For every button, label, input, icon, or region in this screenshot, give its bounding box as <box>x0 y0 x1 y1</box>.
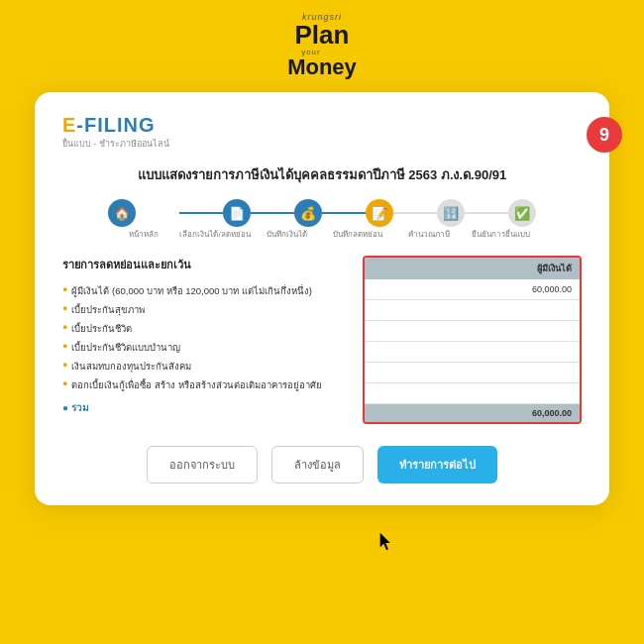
deduction-item-0: ●ผู้มีเงินได้ (60,000 บาท หรือ 120,000 บ… <box>62 281 347 300</box>
step-circle-5[interactable]: ✅ <box>508 199 536 227</box>
deduction-items-list: ●ผู้มีเงินได้ (60,000 บาท หรือ 120,000 บ… <box>62 281 347 394</box>
efiling-header: E-FILING ยื่นแบบ - ชำระภาษีออนไลน์ <box>62 114 582 153</box>
logo-money: Money <box>287 56 357 78</box>
values-box: ผู้มีเงินได้ 60,000.00 60,000.00 <box>363 256 582 424</box>
deduction-text-2: เบี้ยประกันชีวิต <box>71 321 132 336</box>
deduction-bullet-3: ● <box>62 341 67 351</box>
step-line-4 <box>393 212 437 214</box>
deduction-bullet-4: ● <box>62 360 67 370</box>
step-circle-2[interactable]: 💰 <box>294 199 322 227</box>
cancel-button[interactable]: ออกจากระบบ <box>147 446 258 483</box>
step-item-3: 📝บันทึกลดหย่อน <box>322 199 393 240</box>
deduction-item-3: ●เบี้ยประกันชีวิตแบบบำนาญ <box>62 338 347 357</box>
values-footer: 60,000.00 <box>365 404 580 422</box>
values-row-2 <box>365 321 580 342</box>
deduction-bullet-1: ● <box>62 303 67 313</box>
step-circle-3[interactable]: 📝 <box>366 199 393 227</box>
page-title: แบบแสดงรายการภาษีเงินได้บุคคลธรรมดาปีภาษ… <box>62 164 582 185</box>
clear-button[interactable]: ล้างข้อมูล <box>271 446 364 483</box>
step-label-1: เลือกเงินได้/ลดหย่อน <box>179 230 250 240</box>
step-item-5: ✅ยืนยันการยื่นแบบ <box>465 199 536 240</box>
logo-plan: Plan <box>295 22 350 48</box>
deduction-item-1: ●เบี้ยประกันสุขภาพ <box>62 300 347 319</box>
deduction-item-2: ●เบี้ยประกันชีวิต <box>62 319 347 338</box>
values-row-3 <box>365 342 580 363</box>
deduction-bullet-2: ● <box>62 322 67 332</box>
step-circle-4[interactable]: 🔢 <box>437 199 465 227</box>
efiling-subtitle: ยื่นแบบ - ชำระภาษีออนไลน์ <box>62 137 169 151</box>
efiling-logo: E-FILING <box>62 114 169 137</box>
step-label-2: บันทึกเงินได้ <box>267 230 307 240</box>
next-button[interactable]: ทำรายการต่อไป <box>377 446 497 483</box>
button-row: ออกจากระบบ ล้างข้อมูล ทำรายการต่อไป <box>62 446 582 483</box>
cursor <box>376 531 398 557</box>
values-row-4 <box>365 363 580 383</box>
deductions-col: รายการลดหย่อนและยกเว้น ●ผู้มีเงินได้ (60… <box>62 256 347 417</box>
deduction-text-1: เบี้ยประกันสุขภาพ <box>71 302 145 317</box>
deduction-text-5: ดอกเบี้ยเงินกู้เพื่อซื้อ สร้าง หรือสร้าง… <box>71 377 321 392</box>
step-label-0: หน้าหลัก <box>129 230 159 240</box>
deductions-title: รายการลดหย่อนและยกเว้น <box>62 256 347 273</box>
deduction-text-3: เบี้ยประกันชีวิตแบบบำนาญ <box>71 340 180 355</box>
step-bar: 🏠หน้าหลัก📄เลือกเงินได้/ลดหย่อน💰บันทึกเงิ… <box>62 199 582 240</box>
main-card: E-FILING ยื่นแบบ - ชำระภาษีออนไลน์ แบบแส… <box>35 92 609 505</box>
step-line-2 <box>251 212 294 214</box>
step-item-0: 🏠หน้าหลัก <box>108 199 179 240</box>
deduction-bullet-0: ● <box>62 284 67 294</box>
content-cols: รายการลดหย่อนและยกเว้น ●ผู้มีเงินได้ (60… <box>62 256 582 424</box>
deduction-text-0: ผู้มีเงินได้ (60,000 บาท หรือ 120,000 บา… <box>71 283 312 298</box>
values-col: ผู้มีเงินได้ 60,000.00 60,000.00 <box>363 256 582 424</box>
page-wrapper: krungsri Plan your Money 9 E-FILING ยื่น… <box>0 0 644 644</box>
step-label-3: บันทึกลดหย่อน <box>333 230 382 240</box>
deduction-item-5: ●ดอกเบี้ยเงินกู้เพื่อซื้อ สร้าง หรือสร้า… <box>62 376 347 394</box>
deduction-bullet-5: ● <box>62 378 67 388</box>
step-item-1: 📄เลือกเงินได้/ลดหย่อน <box>179 199 251 240</box>
values-row-1 <box>365 300 580 321</box>
step-line-1 <box>179 212 223 214</box>
step-badge: 9 <box>587 117 622 153</box>
logo-area: krungsri Plan your Money <box>287 0 357 78</box>
step-circle-1[interactable]: 📄 <box>223 199 251 227</box>
values-header: ผู้มีเงินได้ <box>365 258 580 279</box>
deduction-item-4: ●เงินสมทบกองทุนประกันสังคม <box>62 357 347 376</box>
step-item-4: 🔢คำนวณภาษี <box>393 199 465 240</box>
deduction-sum-label: ● รวม <box>62 398 347 417</box>
values-row-0: 60,000.00 <box>365 279 580 300</box>
step-line-3 <box>322 212 366 214</box>
step-label-5: ยืนยันการยื่นแบบ <box>472 230 530 240</box>
values-rows: 60,000.00 <box>365 279 580 404</box>
deduction-text-4: เงินสมทบกองทุนประกันสังคม <box>71 359 191 374</box>
step-label-4: คำนวณภาษี <box>408 230 450 240</box>
values-row-5 <box>365 383 580 404</box>
step-line-5 <box>465 212 508 214</box>
step-circle-0[interactable]: 🏠 <box>108 199 136 227</box>
step-item-2: 💰บันทึกเงินได้ <box>251 199 322 240</box>
